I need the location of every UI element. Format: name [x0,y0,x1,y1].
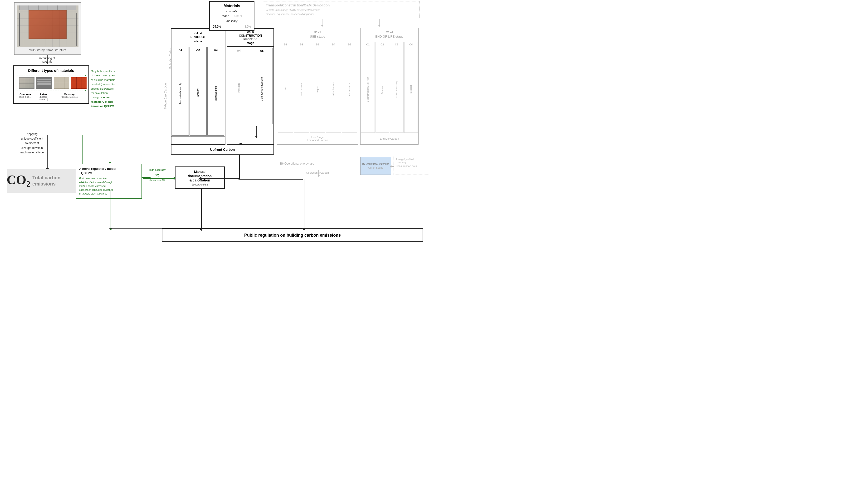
green-annotation: Only bulk quantities of three major type… [91,69,141,108]
sub-stage-a2: A2 Transport [190,47,207,135]
construction-sub-stages: A4 Transport A5 Construction/installatio… [227,47,274,125]
horiz-to-public-from-left [109,228,162,229]
novel-model-body: Emissions data of modules A1-A3 and A5 a… [79,177,139,196]
sub-stage-b1: B1 Use [278,42,293,133]
sub-stage-b4: B4 Refurbishment [326,42,341,133]
co2-label: Total carbon emissions [32,175,78,187]
materials-dashed-region [17,75,86,91]
material-masonry [54,77,69,89]
construction-bottom [227,138,274,140]
materials-top-box: Materials concrete rebar others masonry … [209,1,255,31]
transport-sub: vehicle, machinery, HVAC equipment/opera… [266,8,417,16]
materials-box: Different types of materials [13,65,89,104]
material-rebar [36,77,52,89]
transport-box: Transport/Construction/O&M/Demolition ve… [263,1,420,18]
product-stage-box: A1–3PRODUCTstage A1 Raw material supply … [171,28,225,145]
use-stage-header: B1–7USE stage [277,28,358,41]
right-down-arrow [302,179,306,231]
co2-box: CO2 Total carbon emissions [7,169,78,193]
sub-stage-a5: A5 Construction/installation [251,48,273,124]
materials-pct-row: 95.5% 4.5% [213,25,251,28]
masonry-name: Masonry ( blocks, bricks...) [54,93,85,101]
approx-to-manual-h [174,177,175,178]
use-stage-embodied-label: Use StageEmbodied Carbon [277,134,358,143]
product-stage-header: A1–3PRODUCTstage [171,29,225,46]
building-image-box: Multi-storey frame structure [14,2,81,55]
b6-box: B6 Operational energy use [277,157,358,170]
b6-down-arrow [318,170,320,177]
novel-model-title: A novel regulatory model- QCEPM [79,167,139,175]
product-sub-stages: A1 Raw material supply A2 Transport A3 M… [171,46,225,136]
construction-stage-header: A4–5CONSTRUCTIONPROCESSstage [227,29,274,47]
green-annotation-arrow [108,109,111,164]
vert-to-manual [239,155,240,179]
horiz-to-manual [200,178,239,179]
novel-model-box: A novel regulatory model- QCEPM Emission… [75,164,142,199]
transport-title: Transport/Construction/O&M/Demolition [266,3,417,7]
use-sub-stages: B1 Use B2 Maintenance B3 Repair B4 Refur… [277,41,358,134]
sub-stage-b5: B5 Replacement [342,42,357,133]
co2-formula: CO2 [7,173,30,188]
materials-box-title: Different types of materials [17,68,86,72]
manual-doc-sub: Emissions data [192,184,208,186]
b7-out-of-scope: Out of Scope [368,166,383,169]
a5-to-manual-arrow [239,128,243,146]
construction-stage-box: A4–5CONSTRUCTIONPROCESSstage A4 Transpor… [226,28,274,145]
sub-stage-c4: C4 Disposal [404,42,418,133]
arrow-head-to-manual [199,177,201,180]
sub-stage-c2: C2 Transport [375,42,389,133]
whole-life-label: Whole Life Carbon [164,83,167,109]
material-brick [71,77,87,89]
rebar-name: Rebar (B500C, B550A...) [36,93,51,101]
sub-stage-c3: C3 Waste processing [390,42,404,133]
upfront-carbon-label: Upfront Carbon [210,148,235,151]
sub-stage-b2: B2 Maintenance [294,42,309,133]
arrow-to-co2 [46,135,49,171]
sub-stage-c1: C1 Deconstruction/Demolition [361,42,375,133]
manual-doc-title: Manualdocumentation& calculation [188,170,212,183]
materials-top-title: Materials [213,4,251,8]
sub-stage-a3: A3 Manufacturing [208,47,224,135]
building-label: Multi-storey frame structure [29,48,66,52]
decoupling-label: Decoupling ofmaterials [36,57,57,63]
novel-bottom-arrow-down [109,190,112,231]
transport-arrow-2 [378,19,381,27]
b7-label: B7 Operational water use [363,163,389,165]
sub-stage-a1: A1 Raw material supply [172,47,189,135]
sub-stage-b3: B3 Repair [310,42,325,133]
end-life-stage-box: C1–4END OF LIFE stage C1 Deconstruction/… [360,28,418,145]
horiz-public-right [303,228,423,229]
energy-gas-sub: Consumption data [396,165,427,167]
vert-horiz-right [239,179,303,179]
b7-box: B7 Operational water use Out of Scope [360,157,391,175]
manual-to-public-arrow [199,189,203,231]
green-arrow-to-novel [81,135,84,166]
energy-gas-box: Energy/gas/fuelcompany Consumption data [394,156,429,175]
public-reg-label: Public regulation on building carbon emi… [244,233,341,238]
end-life-carbon-label: End Life Carbon [361,134,418,143]
transport-arrow-1 [321,19,323,27]
a5-arrow-down [227,126,274,138]
material-names-row: Concrete (C30, C50...) Rebar (B500C, B55… [17,93,86,101]
end-life-stage-header: C1–4END OF LIFE stage [361,28,418,41]
concrete-name: Concrete (C30, C50...) [18,93,33,101]
page-container: Multi-storey frame structure Decoupling … [0,0,434,247]
energy-gas-title: Energy/gas/fuelcompany [396,158,427,164]
energy-left-arrow [390,165,394,168]
upfront-carbon-box: Upfront Carbon [171,145,274,155]
sub-stage-a4: A4 Transport [228,48,250,124]
novel-to-approx-h [142,177,151,178]
use-stage-box: B1–7USE stage B1 Use B2 Maintenance B3 R… [277,28,358,145]
end-life-sub-stages: C1 Deconstruction/Demolition C2 Transpor… [361,41,418,134]
materials-top-sub: concrete rebar others masonry [213,9,251,24]
material-concrete [19,77,35,89]
